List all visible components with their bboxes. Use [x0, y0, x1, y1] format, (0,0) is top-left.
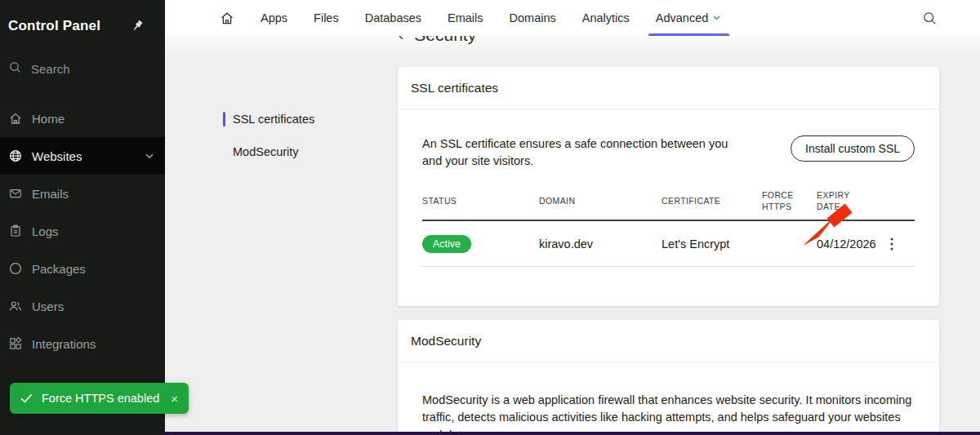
sidebar-search-label: Search	[31, 62, 70, 76]
subnav-item-ssl-certificates[interactable]: SSL certificates	[223, 112, 314, 127]
col-certificate: CERTIFICATE	[662, 195, 762, 206]
toast-force-https-enabled: Force HTTPS enabled ×	[10, 383, 189, 414]
home-icon	[8, 111, 23, 126]
sidebar-item-integrations[interactable]: Integrations	[0, 325, 165, 362]
domain-cell: kiravo.dev	[539, 237, 662, 251]
chevron-down-icon	[713, 16, 720, 20]
sidebar-item-label: Packages	[32, 262, 86, 276]
subnav-label: ModSecurity	[233, 145, 299, 158]
tab-databases[interactable]: Databases	[365, 0, 421, 36]
toggle-knob	[747, 246, 760, 259]
sidebar-item-label: Emails	[32, 187, 69, 201]
top-navigation: Apps Files Databases Emails Domains Anal…	[165, 0, 980, 36]
sidebar-item-label: Websites	[32, 149, 82, 163]
search-icon[interactable]	[922, 11, 938, 26]
integrations-icon	[8, 336, 23, 351]
sidebar: Control Panel Search	[0, 0, 165, 435]
tab-label: Emails	[448, 11, 483, 24]
page-title: Security	[414, 36, 476, 45]
sidebar-item-label: Integrations	[32, 337, 96, 351]
check-icon	[20, 393, 33, 403]
modsecurity-description: ModSecurity is a web application firewal…	[422, 388, 915, 435]
toast-message: Force HTTPS enabled	[42, 392, 159, 405]
tab-label: Analytics	[582, 11, 630, 24]
subnav-item-modsecurity[interactable]: ModSecurity	[223, 144, 314, 159]
row-actions-kebab-icon[interactable]	[889, 236, 915, 252]
col-domain: DOMAIN	[539, 195, 662, 206]
ssl-certificates-card: SSL certificates An SSL certificate ensu…	[398, 67, 939, 306]
tab-label: Domains	[510, 11, 556, 24]
certificate-cell: Let's Encrypt	[662, 237, 762, 251]
app-title: Control Panel	[8, 18, 100, 34]
users-icon	[8, 299, 23, 313]
sidebar-item-home[interactable]: Home	[0, 100, 165, 137]
globe-icon	[8, 149, 23, 163]
chevron-down-icon	[145, 153, 154, 159]
sidebar-item-users[interactable]: Users	[0, 287, 165, 325]
sidebar-item-emails[interactable]: Emails	[0, 175, 165, 212]
sidebar-item-websites[interactable]: Websites	[0, 137, 165, 175]
card-title: ModSecurity	[398, 320, 939, 362]
nav-home-icon[interactable]	[219, 10, 235, 26]
circle-icon	[8, 261, 23, 276]
content-area: ‹ Security SSL certificates ModSecurity …	[165, 36, 980, 435]
tab-domains[interactable]: Domains	[510, 0, 556, 36]
back-chevron-icon[interactable]: ‹	[399, 36, 403, 44]
red-arrow-pointer	[796, 195, 862, 252]
status-badge: Active	[422, 235, 471, 253]
tab-analytics[interactable]: Analytics	[582, 0, 630, 36]
envelope-icon	[8, 186, 23, 201]
ssl-description: An SSL certificate ensures a safe connec…	[422, 135, 751, 170]
sidebar-item-label: Users	[32, 300, 64, 313]
sidebar-search[interactable]: Search	[0, 55, 165, 82]
install-custom-ssl-button[interactable]: Install custom SSL	[791, 135, 915, 162]
tab-label: Databases	[365, 11, 421, 24]
modsecurity-card: ModSecurity ModSecurity is a web applica…	[398, 320, 939, 435]
tab-emails[interactable]: Emails	[448, 0, 483, 36]
tab-advanced[interactable]: Advanced	[656, 0, 721, 36]
bottom-edge-strip	[165, 432, 980, 435]
col-status: STATUS	[422, 195, 539, 206]
tab-label: Files	[314, 11, 339, 24]
tab-files[interactable]: Files	[314, 0, 339, 36]
sidebar-item-packages[interactable]: Packages	[0, 250, 165, 287]
sidebar-item-logs[interactable]: Logs	[0, 212, 165, 250]
tab-label: Advanced	[656, 11, 709, 24]
page-heading-clipped: ‹ Security	[399, 36, 476, 47]
pin-icon[interactable]	[131, 20, 144, 33]
search-icon	[8, 60, 22, 77]
clipboard-icon	[8, 224, 23, 238]
close-icon[interactable]: ×	[171, 392, 178, 406]
main-area: Apps Files Databases Emails Domains Anal…	[165, 0, 980, 435]
security-subnav: SSL certificates ModSecurity	[223, 112, 314, 177]
sidebar-item-label: Home	[32, 112, 65, 126]
card-title: SSL certificates	[398, 67, 939, 109]
sidebar-nav: Home Websites Emails	[0, 100, 165, 362]
tab-apps[interactable]: Apps	[261, 0, 287, 36]
subnav-label: SSL certificates	[233, 113, 314, 126]
tab-label: Apps	[261, 11, 287, 24]
sidebar-item-label: Logs	[32, 224, 59, 238]
